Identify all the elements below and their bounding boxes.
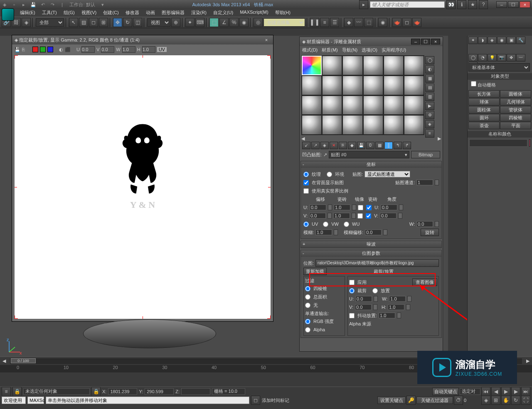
scroll-left-icon[interactable]: ◀ [301,136,305,141]
minimize-button[interactable]: – [411,39,420,44]
red-channel-icon[interactable] [32,47,38,52]
selset-field[interactable]: 选定对 [460,388,480,395]
minimize-button[interactable]: – [496,1,507,8]
sphere-button[interactable]: 球体 [468,98,500,106]
shapes-icon[interactable]: ◔ [478,54,487,62]
time-config-icon[interactable]: ⏱ [454,396,463,405]
sample-slot[interactable] [384,115,404,135]
hierarchy-tab-icon[interactable]: ◈ [488,37,497,44]
noise-rollout-header[interactable]: +噪波 [301,241,441,248]
vw-radio[interactable] [323,222,328,227]
me-menu-mode[interactable]: 模式(D) [302,47,318,53]
obj-name-input[interactable] [469,139,527,147]
u-tile-check[interactable] [366,205,372,210]
next-frame-icon[interactable]: ▶ [511,387,520,396]
snap-icon[interactable]: ⬚ [209,18,219,27]
blur-offset-input[interactable] [365,229,382,235]
options-icon[interactable]: ⚙ [425,111,434,119]
undo-icon[interactable]: ↶ [39,1,47,8]
blue-channel-icon[interactable] [47,47,53,52]
material-id-icon[interactable]: 0 [366,142,374,149]
map-name-dropdown[interactable]: 贴图 #0▾ [329,151,409,158]
close-button[interactable]: × [431,39,440,44]
key-mode-icon[interactable]: 🔑 [406,396,416,405]
manip-icon[interactable]: ✦ [185,18,195,27]
sample-slot[interactable] [322,115,342,135]
move-icon[interactable]: ✥ [113,18,122,27]
script-icon[interactable]: ≡ [2,387,11,396]
material-map-nav-icon[interactable]: ≡ [425,129,434,138]
v-mirror[interactable] [357,213,363,219]
maximize-button[interactable]: ☐ [508,1,519,8]
play-icon[interactable]: ▶ [501,387,510,396]
pivot-icon[interactable]: ⊕ [171,18,180,27]
pyramid-radio[interactable] [305,286,310,291]
pan-icon[interactable]: ✋ [501,396,510,405]
clone-icon[interactable]: ⎘ [22,47,25,52]
z-coord[interactable] [181,388,210,395]
box-button[interactable]: 长方体 [468,90,500,98]
v-tile-check[interactable] [366,213,371,219]
sample-uv-icon[interactable]: ▤ [425,84,434,92]
coords-rollout-header[interactable]: -坐标 [301,161,441,168]
render-frame-icon[interactable]: ◻ [402,18,411,27]
map-channel-input[interactable] [416,180,433,185]
lock-selection-icon[interactable]: 🔒 [91,387,101,396]
sample-slot[interactable] [404,115,424,135]
motion-tab-icon[interactable]: ◉ [497,37,506,44]
rotate-icon[interactable]: ↻ [123,18,132,27]
sample-slot[interactable] [384,96,404,115]
put-to-library-icon[interactable]: 💾 [357,142,365,149]
cameras-icon[interactable]: 📷 [497,54,506,62]
menu-animation[interactable]: 动画 [143,9,158,17]
apply-check[interactable] [349,280,355,285]
menu-edit[interactable]: 编辑(E) [17,9,39,17]
reset-icon[interactable]: ✕ [330,142,338,149]
sample-slot[interactable] [342,115,362,135]
display-tab-icon[interactable]: ▣ [507,37,516,44]
put-to-scene-icon[interactable]: ↗ [311,142,320,149]
w-angle[interactable] [416,221,433,227]
jitter-check[interactable] [349,313,355,318]
teapot-button[interactable]: 茶壶 [468,122,500,129]
wu-radio[interactable] [344,222,349,227]
bitmap-rollout-header[interactable]: -位图参数 [301,250,441,257]
me-menu-nav[interactable]: 导航(N) [342,47,357,53]
sample-slot[interactable] [404,56,424,75]
sample-slot[interactable] [302,96,322,115]
blur-input[interactable] [315,229,332,235]
reload-button[interactable]: 重新加载 [303,268,327,275]
select-name-icon[interactable]: ▤ [79,18,88,27]
real-world-check[interactable] [303,188,309,194]
sample-slot[interactable] [384,76,404,95]
go-parent-icon[interactable]: ↰ [394,142,402,149]
cone-button[interactable]: 圆锥体 [500,90,531,98]
alpha-icon[interactable]: ◐ [59,47,63,52]
star-icon[interactable]: ★ [468,0,477,9]
menu-views[interactable]: 视图(V) [78,9,100,17]
cylinder-button[interactable]: 圆柱体 [468,106,500,113]
sample-slot[interactable] [363,76,383,95]
help2-icon[interactable]: ? [479,0,488,9]
assign-icon[interactable]: ◈ [320,142,329,149]
sample-slot[interactable] [342,96,362,115]
goto-start-icon[interactable]: ⏮ [481,387,490,396]
map-type-button[interactable]: Bitmap [411,151,440,158]
sample-slot[interactable] [322,56,342,75]
sample-slot[interactable] [322,96,342,115]
layer-icon[interactable]: ☰ [330,18,339,27]
alpha-radio[interactable] [305,327,310,333]
viewport-nav-icon[interactable]: ◈ [481,396,490,405]
new-icon[interactable]: ▫ [10,1,18,8]
none-radio[interactable] [305,303,310,308]
menu-customize[interactable]: 自定义(U) [210,9,236,17]
uv-radio[interactable] [303,222,309,227]
y-coord[interactable]: 290.599 [145,388,174,395]
menu-group[interactable]: 组(G) [60,9,78,17]
me-menu-material[interactable]: 材质(M) [322,47,338,53]
v-offset[interactable] [309,213,326,219]
setkey-button[interactable]: 设置关键点 [377,397,406,404]
w-input[interactable] [122,46,135,53]
menu-maxscript[interactable]: MAXScript(M) [236,9,271,17]
lock-icon[interactable]: 🔒 [12,387,22,396]
